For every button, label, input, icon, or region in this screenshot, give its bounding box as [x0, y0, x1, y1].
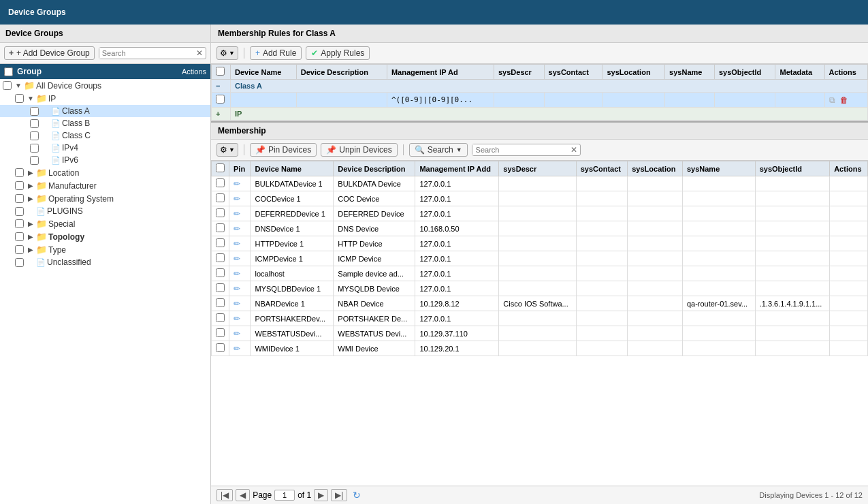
device-checkbox-11[interactable] [212, 341, 229, 356]
dev-col-sysobjectid[interactable]: sysObjectId [755, 161, 830, 176]
rules-col-metadata[interactable]: Metadata [775, 65, 824, 80]
tree-checkbox-all[interactable] [3, 81, 12, 90]
device-pin-11[interactable]: ✏ [229, 341, 251, 356]
device-checkbox-1[interactable] [212, 191, 229, 206]
rules-col-sysobjectid[interactable]: sysObjectId [714, 65, 775, 80]
page-first-button[interactable]: |◀ [216, 489, 233, 501]
tree-item-classB[interactable]: ▶ 📄 Class B [0, 117, 210, 129]
device-pin-6[interactable]: ✏ [229, 266, 251, 281]
tree-checkbox-plugins[interactable] [15, 207, 24, 216]
membership-search-input[interactable] [472, 144, 568, 155]
pin-edit-icon-10[interactable]: ✏ [234, 329, 240, 338]
rule-row-1[interactable]: ^([0-9]|[0-9][0... ⧉ 🗑 [212, 93, 868, 108]
tree-item-special[interactable]: ▶ 📁 Special [0, 217, 210, 230]
rules-col-syslocation[interactable]: sysLocation [602, 65, 665, 80]
tree-toggle-os[interactable]: ▶ [27, 195, 35, 202]
page-input[interactable] [274, 490, 295, 501]
tree-checkbox-type[interactable] [15, 245, 24, 254]
page-prev-button[interactable]: ◀ [236, 489, 250, 501]
rules-col-device-desc[interactable]: Device Description [296, 65, 387, 80]
tree-checkbox-classC[interactable] [30, 131, 39, 140]
tree-item-location[interactable]: ▶ 📁 Location [0, 166, 210, 179]
section-ip-collapse[interactable]: + [212, 108, 231, 121]
pin-edit-icon-0[interactable]: ✏ [234, 179, 240, 189]
dev-col-actions[interactable]: Actions [830, 161, 868, 176]
tree-checkbox-topology[interactable] [15, 232, 24, 241]
device-checkbox-0[interactable] [212, 176, 229, 191]
rules-col-mgmt-ip[interactable]: Management IP Ad [387, 65, 494, 80]
add-rule-button[interactable]: + Add Rule [250, 46, 302, 60]
dev-col-mgmt-ip[interactable]: Management IP Add [415, 161, 499, 176]
device-checkbox-7[interactable] [212, 281, 229, 296]
tree-checkbox-manufacturer[interactable] [15, 181, 24, 190]
device-checkbox-5[interactable] [212, 251, 229, 266]
tree-item-manufacturer[interactable]: ▶ 📁 Manufacturer [0, 179, 210, 192]
rules-select-all[interactable] [216, 67, 225, 76]
pin-edit-icon-7[interactable]: ✏ [234, 284, 240, 294]
tree-item-classA[interactable]: ▶ 📄 Class A [0, 105, 210, 117]
membership-search-clear[interactable]: ✕ [568, 145, 580, 155]
pin-edit-icon-2[interactable]: ✏ [234, 209, 240, 219]
tree-item-os[interactable]: ▶ 📁 Operating System [0, 192, 210, 205]
page-last-button[interactable]: ▶| [331, 489, 347, 501]
tree-item-topology[interactable]: ▶ 📁 Topology [0, 230, 210, 243]
device-checkbox-10[interactable] [212, 326, 229, 341]
tree-checkbox-classA[interactable] [30, 107, 39, 116]
rule-action-delete-icon[interactable]: 🗑 [840, 95, 848, 105]
pin-edit-icon-8[interactable]: ✏ [234, 299, 240, 309]
dev-col-pin[interactable]: Pin [229, 161, 251, 176]
apply-rules-button[interactable]: ✔ Apply Rules [306, 46, 370, 60]
device-row[interactable]: ✏ MYSQLDBDevice 1 MYSQLDB Device 127.0.0… [212, 281, 868, 296]
rules-col-sysdescr[interactable]: sysDescr [494, 65, 544, 80]
tree-checkbox-special[interactable] [15, 219, 24, 228]
tree-checkbox-os[interactable] [15, 194, 24, 203]
device-pin-4[interactable]: ✏ [229, 236, 251, 251]
refresh-button[interactable]: ↻ [353, 490, 361, 501]
tree-checkbox-unclassified[interactable] [15, 258, 24, 267]
tree-toggle-all[interactable]: ▼ [14, 82, 22, 89]
pin-edit-icon-1[interactable]: ✏ [234, 194, 240, 204]
device-row[interactable]: ✏ PORTSHAKERDev... PORTSHAKER De... 127.… [212, 311, 868, 326]
devices-select-all[interactable] [216, 163, 225, 172]
device-row[interactable]: ✏ COCDevice 1 COC Device 127.0.0.1 [212, 191, 868, 206]
device-pin-9[interactable]: ✏ [229, 311, 251, 326]
section-classA-collapse[interactable]: − [212, 80, 231, 93]
device-row[interactable]: ✏ DNSDevice 1 DNS Device 10.168.0.50 [212, 221, 868, 236]
device-row[interactable]: ✏ BULKDATADevice 1 BULKDATA Device 127.0… [212, 176, 868, 191]
tree-item-ipv6[interactable]: ▶ 📄 IPv6 [0, 154, 210, 166]
tree-checkbox-classB[interactable] [30, 119, 39, 128]
membership-settings-dropdown[interactable]: ⚙ ▼ [216, 143, 238, 157]
rule-checkbox-1[interactable] [212, 93, 231, 108]
tree-checkbox-location[interactable] [15, 168, 24, 177]
device-row[interactable]: ✏ localhost Sample device ad... 127.0.0.… [212, 266, 868, 281]
tree-toggle-ip[interactable]: ▼ [27, 95, 35, 102]
tree-select-all-checkbox[interactable] [4, 67, 13, 76]
tree-toggle-topology[interactable]: ▶ [27, 233, 35, 240]
pin-devices-button[interactable]: 📌 Pin Devices [250, 143, 317, 157]
pin-edit-icon-6[interactable]: ✏ [234, 269, 240, 279]
device-checkbox-6[interactable] [212, 266, 229, 281]
device-pin-0[interactable]: ✏ [229, 176, 251, 191]
rule-action-copy-icon[interactable]: ⧉ [829, 95, 835, 105]
device-row[interactable]: ✏ WMIDevice 1 WMI Device 10.129.20.1 [212, 341, 868, 356]
tree-item-type[interactable]: ▶ 📁 Type [0, 243, 210, 256]
device-pin-2[interactable]: ✏ [229, 206, 251, 221]
page-next-button[interactable]: ▶ [314, 489, 328, 501]
tree-toggle-manufacturer[interactable]: ▶ [27, 182, 35, 189]
pin-edit-icon-11[interactable]: ✏ [234, 344, 240, 353]
device-row[interactable]: ✏ ICMPDevice 1 ICMP Device 127.0.0.1 [212, 251, 868, 266]
dev-col-device-desc[interactable]: Device Description [334, 161, 415, 176]
tree-item-unclassified[interactable]: ▶ 📄 Unclassified [0, 256, 210, 268]
tree-item-ipv4[interactable]: ▶ 📄 IPv4 [0, 142, 210, 154]
pin-edit-icon-9[interactable]: ✏ [234, 314, 240, 324]
add-device-group-button[interactable]: + + Add Device Group [4, 46, 95, 60]
dev-col-syslocation[interactable]: sysLocation [628, 161, 683, 176]
dev-col-device-name[interactable]: Device Name [251, 161, 334, 176]
tree-item-classC[interactable]: ▶ 📄 Class C [0, 129, 210, 142]
device-row[interactable]: ✏ WEBSTATUSDevi... WEBSTATUS Devi... 10.… [212, 326, 868, 341]
device-pin-10[interactable]: ✏ [229, 326, 251, 341]
tree-toggle-location[interactable]: ▶ [27, 169, 35, 176]
rules-col-syscontact[interactable]: sysContact [544, 65, 602, 80]
device-row[interactable]: ✏ DEFERREDDevice 1 DEFERRED Device 127.0… [212, 206, 868, 221]
pin-edit-icon-4[interactable]: ✏ [234, 239, 240, 249]
